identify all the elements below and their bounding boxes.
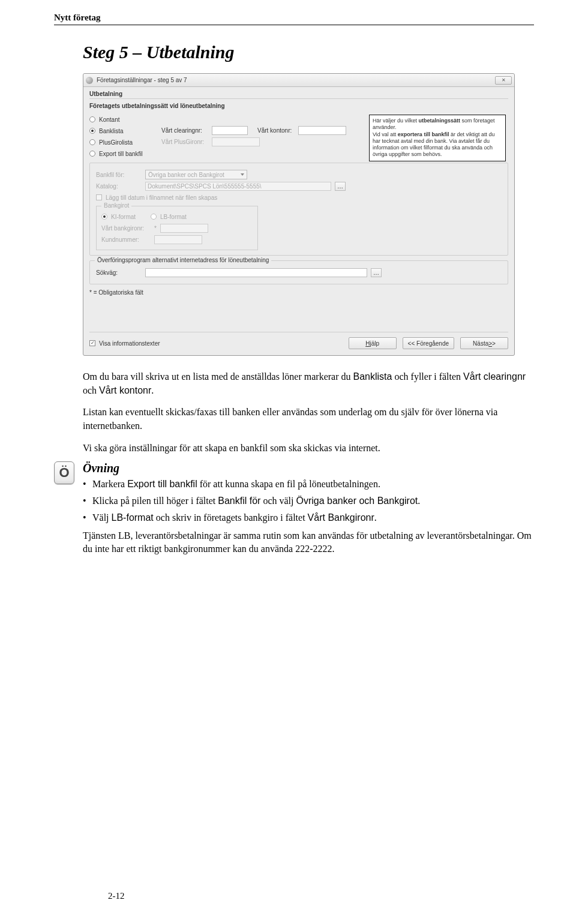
close-button[interactable]: ✕ [495,76,512,85]
radio-ki-format [101,214,107,220]
ovning-block: Ö Övning Markera Export till bankfil för… [54,461,534,556]
radio-lb-format [151,214,157,220]
browse-katalog-button[interactable]: … [335,182,346,191]
input-clearingnr[interactable] [212,126,248,135]
label-lagg-till-datum: Lägg till datum i filnamnet när filen sk… [106,194,217,201]
radio-plusgirolista[interactable] [89,139,95,145]
body-p2: Listan kan eventuellt skickas/faxas till… [83,406,534,433]
label-bankfil-for: Bankfil för: [96,172,142,178]
input-katalog [145,182,331,191]
footnote: * = Obligatoriska fält [89,289,508,296]
radio-export-bankfil[interactable] [89,151,95,157]
label-kontonr: Vårt kontonr: [257,127,295,134]
section-title: Steg 5 – Utbetalning [83,42,534,62]
header-title: Nytt företag [54,13,101,22]
radio-kontant[interactable] [89,116,95,122]
overforing-legend: Överföringsprogram alternativt interneta… [95,257,271,263]
bottom-bar: Visa informationstexter Hjälp << Föregåe… [89,332,508,349]
ovning-bullet-1: Markera Export till bankfil för att kunn… [83,479,534,490]
ovning-list: Markera Export till bankfil för att kunn… [83,479,534,523]
bankfil-fieldset: Bankfil för: Övriga banker och Bankgirot… [89,163,508,256]
ovning-bullet-2: Klicka på pilen till höger i fältet Bank… [83,496,534,506]
input-plusgironr [212,137,260,146]
overforing-fieldset: Överföringsprogram alternativt interneta… [89,260,508,284]
label-export-bankfil: Export till bankfil [99,151,143,157]
input-sokvag[interactable] [145,268,367,277]
group-caption: Företagets utbetalningssätt vid löneutbe… [89,103,508,109]
label-kundnummer: Kundnummer: [101,236,151,243]
ovning-bullet-3: Välj LB-format och skriv in företagets b… [83,512,534,523]
label-sokvag: Sökväg: [96,269,142,276]
ovning-badge: Ö [54,461,74,484]
previous-button[interactable]: << Föregående [403,337,454,349]
label-visa-info: Visa informationstexter [99,340,160,347]
window-body: Utbetalning Företagets utbetalningssätt … [83,87,514,355]
label-clearingnr: Vårt clearingnr: [161,127,208,134]
label-kontant: Kontant [99,116,119,123]
browse-sokvag-button[interactable]: … [371,268,382,277]
bankgirot-group: Bankgirot KI-format LB-format Vårt bankg… [96,206,258,250]
info-box: Här väljer du vilket utbetalningssätt so… [369,115,506,161]
input-kontonr[interactable] [298,126,346,135]
body-p3: Vi ska göra inställningar för att skapa … [83,442,534,455]
dropdown-bankfil-for[interactable]: Övriga banker och Bankgirot [145,170,247,179]
page-number: 2-12 [108,891,125,901]
input-kundnummer [154,235,202,244]
label-plusgirolista: PlusGirolista [99,139,133,146]
radio-banklista[interactable] [89,128,95,134]
bankgirot-legend: Bankgirot [101,202,131,209]
body-p1: Om du bara vill skriva ut en lista med d… [83,370,534,397]
ovning-heading: Övning [83,461,534,475]
checkbox-lagg-till-datum [96,194,102,200]
help-button[interactable]: Hjälp [349,337,397,349]
app-icon [86,77,93,84]
page-header: Nytt företag [54,12,534,25]
label-banklista: Banklista [99,128,124,134]
titlebar: Företagsinställningar - steg 5 av 7 ✕ [83,74,514,87]
ovning-after-p: Tjänsten LB, leverantörsbetalningar är s… [83,529,534,556]
checkbox-visa-info[interactable] [89,340,95,346]
input-vart-bankgironr [160,224,208,233]
label-vart-bankgironr: Vårt bankgironr: [101,225,151,232]
panel-title: Utbetalning [89,91,508,99]
dialog-window: Företagsinställningar - steg 5 av 7 ✕ Ut… [83,73,515,356]
body-text: Om du bara vill skriva ut en lista med d… [83,370,534,455]
next-button[interactable]: Nästa >> [460,337,508,349]
window-title: Företagsinställningar - steg 5 av 7 [97,77,495,83]
label-ki-format: KI-format [111,214,147,220]
label-katalog: Katalog: [96,183,142,190]
label-lb-format: LB-format [160,214,187,220]
label-plusgironr: Vårt PlusGironr: [161,139,208,145]
